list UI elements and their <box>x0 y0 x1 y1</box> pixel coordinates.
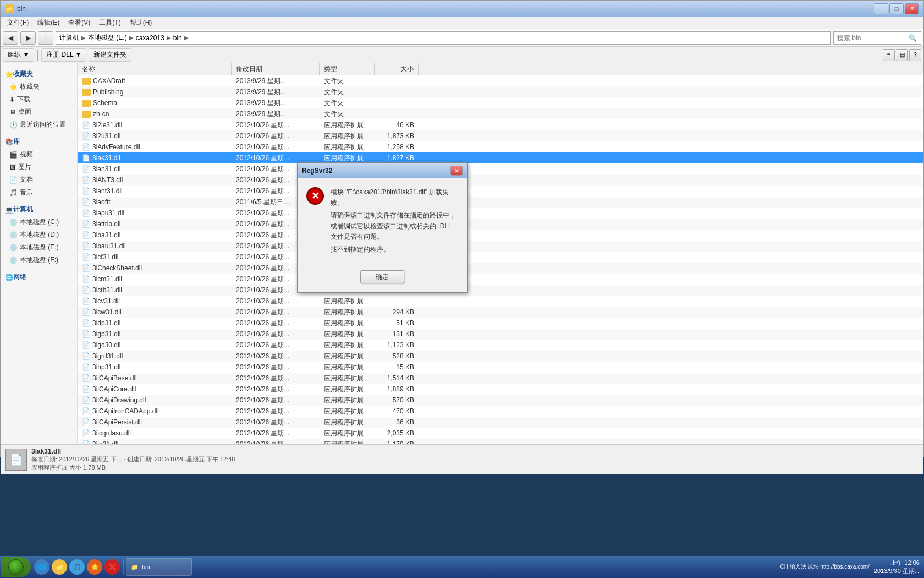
taskbar-items: 📁 bin <box>124 558 776 576</box>
taskbar-active-window[interactable]: 📁 bin <box>126 558 192 576</box>
taskbar-window-icon: 📁 <box>131 564 139 571</box>
dialog-body: ✕ 模块 "E:\caxa2013\bin\3iak31.dll" 加载失败。 … <box>298 178 467 266</box>
start-button[interactable] <box>1 557 31 577</box>
ql-explorer-button[interactable]: 📁 <box>52 559 67 575</box>
dialog-message-2: 请确保该二进制文件存储在指定的路径中，或者调试它以检查该二进制或相关的 .DLL… <box>331 210 458 242</box>
taskbar: 🌐 📁 🎵 ⭐ ❌ 📁 bin CH 输入法 论坛 http://bbs.cax… <box>0 556 924 578</box>
dialog-ok-button[interactable]: 确定 <box>360 270 404 283</box>
dialog-content: 模块 "E:\caxa2013\bin\3iak31.dll" 加载失败。 请确… <box>331 187 458 257</box>
system-clock[interactable]: 上午 12:06 2013/9/30 星期... <box>874 559 920 576</box>
start-orb <box>8 559 24 575</box>
dialog-message-1: 模块 "E:\caxa2013\bin\3iak31.dll" 加载失败。 <box>331 187 458 208</box>
ql-star-button[interactable]: ⭐ <box>87 559 102 575</box>
dialog-close-button[interactable]: ✕ <box>450 166 463 176</box>
tray-text: CH 输入法 论坛 http://bbs.caxa.com/ <box>780 563 870 571</box>
ql-media-button[interactable]: 🎵 <box>69 559 85 575</box>
dialog-title-bar: RegSvr32 ✕ <box>298 163 467 178</box>
clock-date: 2013/9/30 星期... <box>874 567 920 575</box>
ql-ie-button[interactable]: 🌐 <box>34 559 50 575</box>
taskbar-window-title: bin <box>142 564 150 570</box>
dialog-title-text: RegSvr32 <box>302 167 332 175</box>
system-tray: CH 输入法 论坛 http://bbs.caxa.com/ <box>780 563 870 571</box>
status-detail2: 应用程序扩展 大小 1.78 MB <box>31 464 919 472</box>
quick-launch: 🌐 📁 🎵 ⭐ ❌ <box>31 559 124 575</box>
taskbar-right: CH 输入法 论坛 http://bbs.caxa.com/ 上午 12:06 … <box>776 559 924 576</box>
dialog-overlay: RegSvr32 ✕ ✕ 模块 "E:\caxa2013\bin\3iak31.… <box>0 0 924 457</box>
dialog-message-3: 找不到指定的程序。 <box>331 244 458 255</box>
clock-time: 上午 12:06 <box>874 559 920 567</box>
dialog-error-icon: ✕ <box>306 187 324 205</box>
regsvr32-dialog: RegSvr32 ✕ ✕ 模块 "E:\caxa2013\bin\3iak31.… <box>297 162 468 293</box>
ql-red-button[interactable]: ❌ <box>105 559 120 575</box>
dialog-buttons: 确定 <box>298 266 467 292</box>
